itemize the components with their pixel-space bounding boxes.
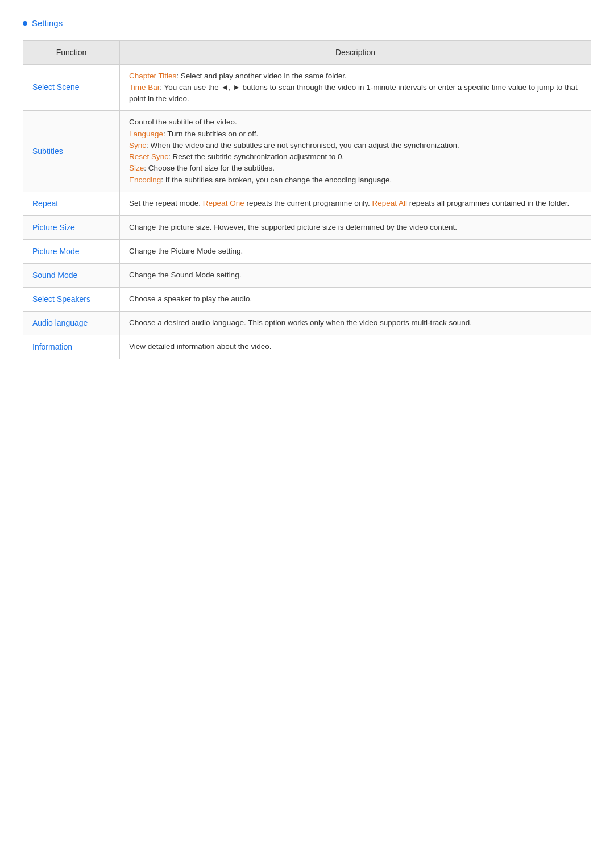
table-row: Sound ModeChange the Sound Mode setting. xyxy=(23,263,591,287)
function-cell-repeat: Repeat xyxy=(23,192,120,215)
col-description-header: Description xyxy=(120,40,591,64)
table-row: RepeatSet the repeat mode. Repeat One re… xyxy=(23,192,591,215)
function-cell-select-scene: Select Scene xyxy=(23,64,120,111)
description-cell-sound-mode: Change the Sound Mode setting. xyxy=(120,263,591,287)
function-cell-select-speakers: Select Speakers xyxy=(23,287,120,311)
table-row: InformationView detailed information abo… xyxy=(23,335,591,359)
table-row: Select SceneChapter Titles: Select and p… xyxy=(23,64,591,111)
description-cell-subtitles: Control the subtitle of the video. Langu… xyxy=(120,111,591,192)
function-cell-subtitles: Subtitles xyxy=(23,111,120,192)
description-cell-select-speakers: Choose a speaker to play the audio. xyxy=(120,287,591,311)
function-cell-picture-size: Picture Size xyxy=(23,215,120,239)
table-row: Audio languageChoose a desired audio lan… xyxy=(23,311,591,335)
settings-label: Settings xyxy=(32,17,63,30)
function-cell-information: Information xyxy=(23,335,120,359)
bullet-icon xyxy=(23,21,27,26)
description-cell-information: View detailed information about the vide… xyxy=(120,335,591,359)
table-row: Select SpeakersChoose a speaker to play … xyxy=(23,287,591,311)
function-cell-audio-language: Audio language xyxy=(23,311,120,335)
description-cell-select-scene: Chapter Titles: Select and play another … xyxy=(120,64,591,111)
table-header-row: Function Description xyxy=(23,40,591,64)
description-cell-picture-size: Change the picture size. However, the su… xyxy=(120,215,591,239)
table-row: Picture ModeChange the Picture Mode sett… xyxy=(23,239,591,263)
function-cell-picture-mode: Picture Mode xyxy=(23,239,120,263)
description-cell-picture-mode: Change the Picture Mode setting. xyxy=(120,239,591,263)
col-function-header: Function xyxy=(23,40,120,64)
settings-section-header: Settings xyxy=(23,17,591,30)
description-cell-audio-language: Choose a desired audio language. This op… xyxy=(120,311,591,335)
functions-table: Function Description Select SceneChapter… xyxy=(23,40,591,359)
function-cell-sound-mode: Sound Mode xyxy=(23,263,120,287)
description-cell-repeat: Set the repeat mode. Repeat One repeats … xyxy=(120,192,591,215)
table-row: SubtitlesControl the subtitle of the vid… xyxy=(23,111,591,192)
table-row: Picture SizeChange the picture size. How… xyxy=(23,215,591,239)
